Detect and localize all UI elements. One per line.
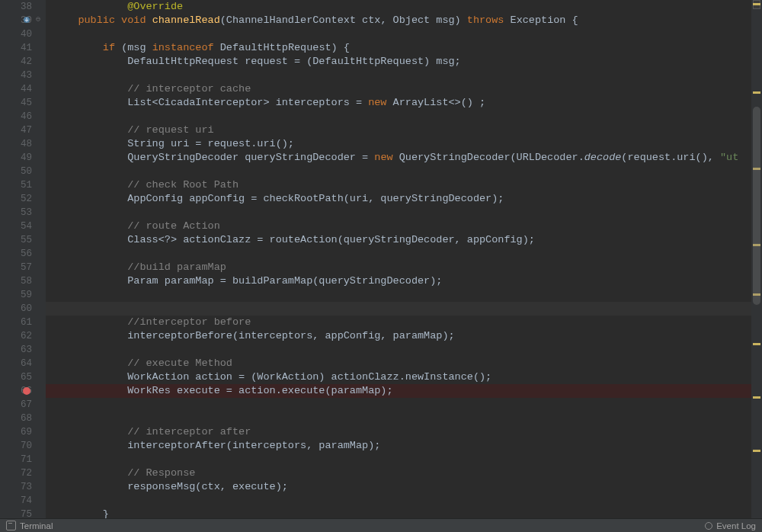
- code-line[interactable]: [46, 165, 762, 178]
- code-line[interactable]: responseMsg(ctx, execute);: [46, 480, 762, 494]
- line-number: 42: [21, 56, 32, 67]
- code-line[interactable]: public void channelRead(ChannelHandlerCo…: [46, 14, 762, 27]
- code-line[interactable]: [46, 69, 762, 82]
- code-line[interactable]: interceptorAfter(interceptors, paramMap)…: [46, 439, 762, 453]
- code-line[interactable]: [46, 412, 762, 425]
- warning-stripe-mark[interactable]: [753, 3, 760, 5]
- code-token: // interceptor cache: [127, 83, 251, 95]
- code-line[interactable]: [46, 247, 762, 261]
- code-line[interactable]: Class<?> actionClazz = routeAction(query…: [46, 233, 762, 247]
- terminal-tool-window-button[interactable]: Terminal: [20, 521, 53, 530]
- code-line[interactable]: if (msg instanceof DefaultHttpRequest) {: [46, 41, 762, 55]
- gutter-row[interactable]: 60: [0, 302, 46, 316]
- code-line[interactable]: // route Action: [46, 220, 762, 233]
- gutter-row[interactable]: 63: [0, 343, 46, 357]
- code-line[interactable]: [46, 398, 762, 412]
- gutter-row[interactable]: 58: [0, 274, 46, 288]
- gutter-row[interactable]: 38: [0, 0, 46, 14]
- code-line[interactable]: @Override: [46, 0, 762, 14]
- gutter-row[interactable]: 42: [0, 55, 46, 69]
- line-number: 72: [21, 468, 32, 479]
- gutter-row[interactable]: 39⊖: [0, 14, 46, 27]
- gutter-row[interactable]: 61: [0, 316, 46, 329]
- terminal-icon[interactable]: [6, 521, 16, 530]
- code-line[interactable]: Param paramMap = buildParamMap(queryStri…: [46, 274, 762, 288]
- code-line[interactable]: [46, 343, 762, 357]
- code-line[interactable]: WorkAction action = (WorkAction) actionC…: [46, 370, 762, 384]
- scrollbar-thumb[interactable]: [753, 107, 760, 305]
- breakpoint-icon[interactable]: [23, 387, 30, 395]
- code-line[interactable]: [46, 494, 762, 508]
- code-token: public void: [78, 14, 152, 26]
- gutter-row[interactable]: 47: [0, 123, 46, 137]
- gutter-row[interactable]: 65: [0, 370, 46, 384]
- event-log-button[interactable]: Event Log: [716, 521, 756, 530]
- code-token: // check Root Path: [127, 179, 239, 191]
- code-line[interactable]: interceptorBefore(interceptors, appConfi…: [46, 329, 762, 343]
- code-line[interactable]: String uri = request.uri();: [46, 137, 762, 151]
- code-line[interactable]: // check Root Path: [46, 178, 762, 192]
- code-line[interactable]: [46, 302, 762, 316]
- code-line[interactable]: DefaultHttpRequest request = (DefaultHtt…: [46, 55, 762, 69]
- gutter-row[interactable]: 59: [0, 288, 46, 302]
- code-line[interactable]: // Response: [46, 466, 762, 480]
- gutter-row[interactable]: 73: [0, 480, 46, 494]
- gutter-row[interactable]: 52: [0, 192, 46, 206]
- gutter[interactable]: 3839⊖40414243444546474849505152535455565…: [0, 0, 46, 518]
- warning-stripe-mark[interactable]: [753, 396, 760, 399]
- gutter-row[interactable]: 64: [0, 357, 46, 370]
- editor[interactable]: 3839⊖40414243444546474849505152535455565…: [0, 0, 762, 518]
- gutter-row[interactable]: 70: [0, 439, 46, 453]
- gutter-row[interactable]: 46: [0, 110, 46, 123]
- gutter-row[interactable]: 57: [0, 261, 46, 274]
- gutter-row[interactable]: 43: [0, 69, 46, 82]
- code-line[interactable]: //build paramMap: [46, 261, 762, 274]
- code-line[interactable]: AppConfig appConfig = checkRootPath(uri,…: [46, 192, 762, 206]
- code-line[interactable]: [46, 27, 762, 41]
- warning-stripe-mark[interactable]: [753, 91, 760, 94]
- gutter-row[interactable]: 69: [0, 425, 46, 439]
- fold-toggle-icon[interactable]: ⊖: [36, 16, 43, 24]
- gutter-row[interactable]: 53: [0, 206, 46, 220]
- gutter-row[interactable]: 56: [0, 247, 46, 261]
- code-line[interactable]: [46, 453, 762, 466]
- code-line[interactable]: // request uri: [46, 123, 762, 137]
- code-line[interactable]: List<CicadaInterceptor> interceptors = n…: [46, 96, 762, 110]
- gutter-row[interactable]: 40: [0, 27, 46, 41]
- gutter-row[interactable]: 41: [0, 41, 46, 55]
- code-token: // request uri: [127, 124, 213, 136]
- event-log-icon[interactable]: [705, 522, 712, 530]
- gutter-row[interactable]: 72: [0, 466, 46, 480]
- gutter-row[interactable]: 55: [0, 233, 46, 247]
- code-area[interactable]: @Override public void channelRead(Channe…: [46, 0, 762, 518]
- gutter-row[interactable]: 44: [0, 82, 46, 96]
- code-line[interactable]: // interceptor cache: [46, 82, 762, 96]
- code-line[interactable]: [46, 206, 762, 220]
- code-line[interactable]: [46, 110, 762, 123]
- gutter-row[interactable]: 68: [0, 412, 46, 425]
- code-line[interactable]: //interceptor before: [46, 316, 762, 329]
- gutter-row[interactable]: 62: [0, 329, 46, 343]
- gutter-row[interactable]: 50: [0, 165, 46, 178]
- warning-stripe-mark[interactable]: [753, 450, 760, 452]
- code-line[interactable]: QueryStringDecoder queryStringDecoder = …: [46, 151, 762, 165]
- code-line[interactable]: [46, 288, 762, 302]
- gutter-row[interactable]: 48: [0, 137, 46, 151]
- gutter-row[interactable]: 71: [0, 453, 46, 466]
- gutter-row[interactable]: 75: [0, 508, 46, 518]
- line-number: 74: [21, 495, 32, 506]
- gutter-row[interactable]: 66: [0, 384, 46, 398]
- gutter-row[interactable]: 54: [0, 220, 46, 233]
- gutter-row[interactable]: 45: [0, 96, 46, 110]
- code-line[interactable]: // interceptor after: [46, 425, 762, 439]
- code-line[interactable]: WorkRes execute = action.execute(paramMa…: [46, 384, 762, 398]
- code-line[interactable]: // execute Method: [46, 357, 762, 370]
- gutter-row[interactable]: 49: [0, 151, 46, 165]
- gutter-row[interactable]: 67: [0, 398, 46, 412]
- override-method-icon[interactable]: [23, 16, 30, 24]
- code-line[interactable]: }: [46, 508, 762, 518]
- gutter-row[interactable]: 51: [0, 178, 46, 192]
- warning-stripe-mark[interactable]: [753, 343, 760, 345]
- gutter-row[interactable]: 74: [0, 494, 46, 508]
- code-token: DefaultHttpRequest request = (DefaultHtt…: [53, 56, 461, 67]
